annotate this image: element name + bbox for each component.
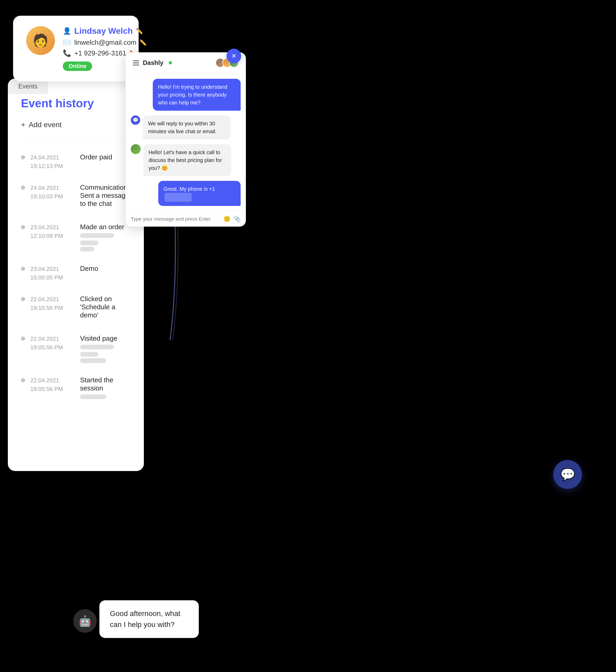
contact-name: Lindsay Welch <box>74 26 133 36</box>
tag <box>80 352 98 357</box>
event-date: 22.04.202119:10:56 PM <box>30 295 75 312</box>
bot-greeting-bubble: Good afternoon, what can I help you with… <box>99 600 199 638</box>
status-badge: Online <box>63 61 92 71</box>
edit-email-icon[interactable]: ✏️ <box>139 39 146 46</box>
event-date: 22.04.202119:05:56 PM <box>30 334 75 352</box>
contact-email: linwelch@gmail.com <box>74 38 136 47</box>
list-item: 23.04.202112:10:09 PM Made an order <box>21 223 131 251</box>
list-item: 24.04.202119:12:13 PM Order paid <box>21 153 131 170</box>
add-event-button[interactable]: + Add event <box>21 120 131 129</box>
event-date: 23.04.202115:00:05 PM <box>30 264 75 282</box>
hamburger-menu[interactable] <box>133 60 139 65</box>
event-name: Demo <box>80 264 131 273</box>
event-name: Started the session <box>80 376 131 392</box>
event-detail: Visited page <box>80 334 131 363</box>
divider <box>21 142 131 143</box>
edit-name-icon[interactable]: ✏️ <box>136 28 143 35</box>
phone-icon: 📞 <box>63 49 71 57</box>
received-message: We will reply to you within 30 minutes v… <box>143 115 231 139</box>
tag-row <box>80 345 131 357</box>
emoji-icon[interactable]: 🙂 <box>223 216 230 222</box>
avatar: 🧑 <box>26 26 55 55</box>
event-detail: Demo <box>80 264 131 275</box>
contact-phone: +1 929-296-3161 <box>74 49 126 57</box>
contact-card: 🧑 👤 Lindsay Welch ✏️ ✉️ linwelch@gmail.c… <box>13 16 139 81</box>
event-name: Visited page <box>80 334 131 343</box>
hamburger-line <box>133 60 139 61</box>
list-item: 22.04.202119:05:56 PM Visited page <box>21 334 131 363</box>
bot-icon: 💬 <box>131 115 140 125</box>
event-detail: Communications: Sent a message to the ch… <box>80 183 133 210</box>
close-button[interactable]: ✕ <box>227 49 241 63</box>
timeline-dot <box>21 225 25 229</box>
event-history-title: Event history <box>21 97 131 110</box>
chat-input-icons: 🙂 📎 <box>223 216 241 222</box>
tag <box>80 240 98 245</box>
timeline: 24.04.202119:12:13 PM Order paid 24.04.2… <box>21 153 131 399</box>
timeline-dot <box>21 267 25 271</box>
event-name: Communications: Sent a message to the ch… <box>80 183 133 208</box>
timeline-dot <box>21 185 25 190</box>
event-detail: Made an order <box>80 223 131 251</box>
close-icon: ✕ <box>231 52 236 60</box>
chat-window: Dashly Hello! I'm trying to understand y… <box>126 52 246 227</box>
event-date: 23.04.202112:10:09 PM <box>30 223 75 240</box>
tag-row <box>80 247 131 251</box>
email-row: ✉️ linwelch@gmail.com ✏️ <box>63 38 146 47</box>
events-tab-label: Events <box>18 83 37 90</box>
list-item: 24.04.202119:10:03 PM Communications: Se… <box>21 183 131 210</box>
hamburger-line <box>133 63 139 63</box>
tag <box>80 233 114 238</box>
events-content: Event history + Add event 24.04.202119:1… <box>8 81 144 425</box>
tag-row <box>80 233 131 245</box>
event-date: 22.04.202119:05:56 PM <box>30 376 75 393</box>
agent-avatar <box>131 144 141 154</box>
sent-message: Great. My phone is +1 <box>158 181 241 206</box>
person-icon: 👤 <box>63 27 71 35</box>
tag <box>80 394 106 399</box>
chat-messages: Hello! I'm trying to understand your pri… <box>126 73 246 211</box>
agent-message-row: Hello! Let's have a quick call to discus… <box>131 144 241 176</box>
event-detail: Order paid <box>80 153 131 163</box>
bot-greeting-avatar: 🤖 <box>73 609 97 633</box>
timeline-dot <box>21 378 25 382</box>
email-icon: ✉️ <box>63 38 71 47</box>
list-item: 23.04.202115:00:05 PM Demo <box>21 264 131 282</box>
bot-greeting-text: Good afternoon, what can I help you with… <box>110 609 180 629</box>
attach-icon[interactable]: 📎 <box>234 216 241 222</box>
chat-title: Dashly <box>143 59 163 66</box>
sent-message: Hello! I'm trying to understand your pri… <box>153 79 241 111</box>
event-detail: Started the session <box>80 376 131 399</box>
timeline-dot <box>21 155 25 159</box>
hamburger-line <box>133 65 139 65</box>
event-name: Order paid <box>80 153 131 161</box>
event-date: 24.04.202119:12:13 PM <box>30 153 75 170</box>
timeline-dot <box>21 337 25 341</box>
chat-fab-button[interactable]: 💬 <box>553 460 582 489</box>
event-name: Made an order <box>80 223 131 231</box>
timeline-dot <box>21 297 25 301</box>
online-indicator <box>169 61 172 64</box>
tag-row <box>80 394 131 399</box>
received-message: Hello! Let's have a quick call to discus… <box>143 144 231 176</box>
tag-row <box>80 358 131 363</box>
bot-message-row: 💬 We will reply to you within 30 minutes… <box>131 115 241 139</box>
chat-header-left: Dashly <box>133 59 172 66</box>
event-name: Clicked on 'Schedule a demo' <box>80 295 131 319</box>
event-date: 24.04.202119:10:03 PM <box>30 183 75 201</box>
event-detail: Clicked on 'Schedule a demo' <box>80 295 131 321</box>
list-item: 22.04.202119:05:56 PM Started the sessio… <box>21 376 131 399</box>
chat-input[interactable] <box>131 216 220 222</box>
tag <box>80 345 114 350</box>
add-event-label: Add event <box>29 121 62 129</box>
tag <box>80 358 106 363</box>
list-item: 22.04.202119:10:56 PM Clicked on 'Schedu… <box>21 295 131 321</box>
events-panel: Events Event history + Add event 24.04.2… <box>8 78 144 471</box>
plus-icon: + <box>21 120 26 129</box>
tag <box>80 247 94 251</box>
chat-fab-icon: 💬 <box>560 467 575 482</box>
chat-input-area: 🙂 📎 <box>126 211 246 227</box>
contact-name-row: 👤 Lindsay Welch ✏️ <box>63 26 146 36</box>
